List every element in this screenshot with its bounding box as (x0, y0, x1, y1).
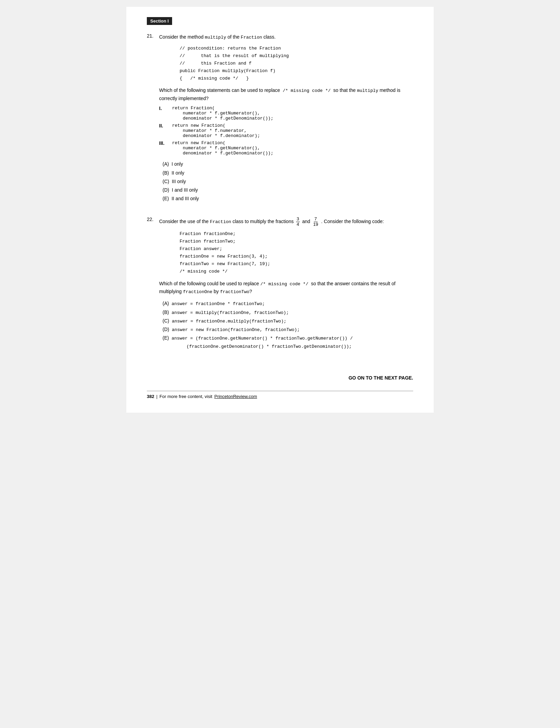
option-21-B: (B) II only (163, 169, 413, 177)
frac2-denominator: 19 (312, 222, 319, 227)
option-22-D-code: answer = new Fraction(fractionOne, fract… (172, 327, 299, 332)
footer-page-number: 382 (147, 394, 154, 399)
roman-item-I: I. return Fraction( numerator * f.getNum… (159, 106, 413, 121)
option-21-D: (D) I and III only (163, 186, 413, 194)
fraction-7-19: 7 19 (312, 217, 319, 227)
option-22-E: (E) answer = (fractionOne.getNumerator()… (163, 334, 413, 351)
question-22-intro: Consider the use of the Fraction class t… (159, 217, 413, 227)
footer-text: For more free content, visit (159, 394, 212, 399)
question-22-content: Consider the use of the Fraction class t… (159, 217, 413, 355)
question-21-text: Which of the following statements can be… (159, 86, 413, 102)
roman-label-III: III. (159, 140, 169, 156)
go-next-text: GO ON TO THE NEXT PAGE. (147, 375, 413, 381)
options-list-22: (A) answer = fractionOne * fractionTwo; … (163, 299, 413, 351)
missing-code-ref-2: /* missing code */ (261, 281, 308, 287)
q21-intro2: of the (226, 34, 241, 40)
fraction-3-4: 3 4 (296, 217, 300, 227)
q21-method: multiply (205, 35, 226, 40)
option-22-B: (B) answer = multiply(fractionOne, fract… (163, 308, 413, 317)
options-list-21: (A) I only (B) II only (C) III only (D) … (163, 160, 413, 203)
frac2-numerator: 7 (314, 217, 318, 222)
q22-intro2: class to multiply the fractions (231, 219, 295, 224)
fraction-two-ref: fractionTwo (220, 289, 249, 294)
missing-code-ref-1: /* missing code */ (283, 88, 331, 93)
option-22-A: (A) answer = fractionOne * fractionTwo; (163, 299, 413, 308)
roman-label-I: I. (159, 106, 169, 121)
roman-code-III: return new Fraction( numerator * f.getNu… (172, 140, 273, 156)
frac1-denominator: 4 (296, 222, 300, 227)
roman-item-II: II. return new Fraction( numerator * f.n… (159, 123, 413, 138)
question-22-number: 22. (147, 217, 159, 222)
option-22-E-code: answer = (fractionOne.getNumerator() * f… (163, 336, 353, 349)
footer-link[interactable]: PrincetonReview.com (214, 394, 257, 399)
option-22-C: (C) answer = fractionOne.multiply(fracti… (163, 317, 413, 325)
question-21-code: // postcondition: returns the Fraction /… (180, 45, 413, 82)
question-22-block: 22. Consider the use of the Fraction cla… (147, 217, 413, 355)
section-badge: Section I (147, 17, 172, 25)
q21-class: Fraction (241, 35, 262, 40)
option-22-A-code: answer = fractionOne * fractionTwo; (171, 301, 265, 306)
page: Section I 21. Consider the method multip… (126, 7, 434, 413)
roman-code-II: return new Fraction( numerator * f.numer… (172, 123, 260, 138)
option-22-C-code: answer = fractionOne.multiply(fractionTw… (172, 319, 286, 324)
footer: 382 | For more free content, visit Princ… (147, 391, 413, 399)
option-21-C: (C) III only (163, 177, 413, 186)
question-21-block: 21. Consider the method multiply of the … (147, 33, 413, 207)
question-22-row: 22. Consider the use of the Fraction cla… (147, 217, 413, 355)
q22-class: Fraction (210, 219, 231, 224)
q22-intro3: . Consider the following code: (321, 219, 384, 224)
roman-list-21: I. return Fraction( numerator * f.getNum… (159, 106, 413, 156)
question-21-intro: Consider the method multiply of the Frac… (159, 33, 413, 41)
roman-label-II: II. (159, 123, 169, 138)
roman-item-III: III. return new Fraction( numerator * f.… (159, 140, 413, 156)
footer-separator: | (156, 394, 157, 399)
q21-intro3: class. (262, 34, 276, 40)
q22-intro-text: Consider the use of the (159, 219, 210, 224)
q21-intro-text: Consider the method (159, 34, 205, 40)
question-22-text: Which of the following could be used to … (159, 280, 413, 296)
fraction-one-ref: fractionOne (183, 289, 212, 294)
question-22-code: Fraction fractionOne; Fraction fractionT… (180, 230, 413, 276)
q22-and: and (302, 219, 311, 224)
option-21-A: (A) I only (163, 160, 413, 168)
question-21-row: 21. Consider the method multiply of the … (147, 33, 413, 207)
multiply-ref: multiply (357, 88, 378, 93)
question-21-number: 21. (147, 33, 159, 39)
frac1-numerator: 3 (296, 217, 300, 222)
question-21-content: Consider the method multiply of the Frac… (159, 33, 413, 207)
option-22-D: (D) answer = new Fraction(fractionOne, f… (163, 325, 413, 334)
roman-code-I: return Fraction( numerator * f.getNumera… (172, 106, 273, 121)
option-22-B-code: answer = multiply(fractionOne, fractionT… (171, 310, 289, 315)
option-21-E: (E) II and III only (163, 194, 413, 203)
